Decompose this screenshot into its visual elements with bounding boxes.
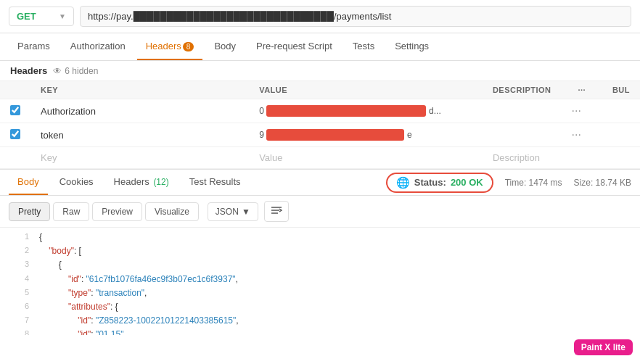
response-size: Size: 18.74 KB — [574, 178, 631, 188]
json-line: 1 { — [0, 231, 640, 244]
url-input[interactable] — [80, 6, 631, 27]
tab-body[interactable]: Body — [205, 33, 245, 60]
tab-authorization[interactable]: Authorization — [62, 33, 134, 60]
view-pretty-button[interactable]: Pretty — [9, 202, 50, 221]
col-checkbox — [0, 81, 30, 99]
format-label: JSON — [216, 207, 239, 217]
more-cell-authorization[interactable]: ··· — [562, 99, 602, 123]
placeholder-more-cell — [562, 147, 602, 169]
wrap-icon-svg — [271, 205, 282, 215]
col-value-header: VALUE — [249, 81, 483, 99]
tab-test-results[interactable]: Test Results — [181, 170, 250, 195]
placeholder-bulk-cell — [602, 147, 640, 169]
more-cell-token[interactable]: ··· — [562, 123, 602, 147]
view-raw-button[interactable]: Raw — [53, 202, 89, 221]
desc-cell-authorization — [483, 99, 562, 123]
tab-prerequest[interactable]: Pre-request Script — [247, 33, 341, 60]
json-body[interactable]: 1 { 2 "body": [ 3 { 4 "id": "61c7fb1076f… — [0, 228, 640, 335]
row-checkbox-cell[interactable] — [0, 99, 30, 123]
json-line: 7 "id": "Z858223-10022101221403385615", — [0, 314, 640, 328]
value-cell-authorization: 0 d... — [249, 99, 483, 123]
placeholder-desc-cell[interactable]: Description — [483, 147, 562, 169]
view-preview-button[interactable]: Preview — [92, 202, 142, 221]
hidden-badge: 👁 6 hidden — [53, 66, 98, 76]
bulk-cell-authorization — [602, 99, 640, 123]
view-visualize-button[interactable]: Visualize — [145, 202, 199, 221]
headers-panel: Headers 👁 6 hidden KEY VALUE DESCRIPTION… — [0, 61, 640, 170]
bulk-cell-token — [602, 123, 640, 147]
json-line: 8 "id": "01 15" — [0, 328, 640, 335]
json-line: 2 "body": [ — [0, 244, 640, 258]
status-code: 200 OK — [451, 177, 483, 188]
tab-response-headers[interactable]: Headers (12) — [105, 170, 178, 195]
table-row-placeholder: Key Value Description — [0, 147, 640, 169]
more-icon-token[interactable]: ··· — [572, 128, 581, 141]
tab-tests[interactable]: Tests — [344, 33, 383, 60]
headers-title-row: Headers 👁 6 hidden — [0, 61, 640, 81]
eye-icon: 👁 — [53, 66, 62, 76]
response-status-area: 🌐 Status: 200 OK Time: 1474 ms Size: 18.… — [386, 173, 631, 193]
key-cell-authorization: Authorization — [30, 99, 249, 123]
row-checkbox-cell-token[interactable] — [0, 123, 30, 147]
row-checkbox-token[interactable] — [10, 129, 20, 139]
placeholder-value-cell[interactable]: Value — [249, 147, 483, 169]
value-cell-token: 9 e — [249, 123, 483, 147]
desc-cell-token — [483, 123, 562, 147]
placeholder-checkbox-cell — [0, 147, 30, 169]
table-row: token 9 e ··· — [0, 123, 640, 147]
tab-cookies[interactable]: Cookies — [51, 170, 102, 195]
tab-params[interactable]: Params — [9, 33, 59, 60]
format-selector[interactable]: JSON ▼ — [208, 202, 258, 221]
col-key-header: KEY — [30, 81, 249, 99]
table-row: Authorization 0 d... ··· — [0, 99, 640, 123]
key-cell-token: token — [30, 123, 249, 147]
col-bulk-header: Bul — [602, 81, 640, 99]
url-bar: GET ▼ — [0, 0, 640, 33]
status-label: Status: — [414, 177, 446, 188]
placeholder-key-cell[interactable]: Key — [30, 147, 249, 169]
json-line: 4 "id": "61c7fb1076fa46ec9f3b07ec1c6f393… — [0, 273, 640, 286]
json-line: 3 { — [0, 258, 640, 272]
method-label: GET — [17, 11, 36, 22]
col-desc-header: DESCRIPTION — [483, 81, 562, 99]
headers-table: KEY VALUE DESCRIPTION ··· Bul Authorizat… — [0, 81, 640, 169]
method-selector[interactable]: GET ▼ — [9, 7, 74, 26]
tab-settings[interactable]: Settings — [386, 33, 438, 60]
more-icon[interactable]: ··· — [572, 104, 581, 117]
headers-count-badge: (12) — [153, 177, 168, 187]
redacted-value-bar — [266, 105, 426, 117]
json-line: 6 "attributes": { — [0, 300, 640, 314]
tab-response-body[interactable]: Body — [9, 170, 48, 195]
paint-x-lite-badge: Paint X lite — [574, 339, 633, 355]
col-more-header: ··· — [562, 81, 602, 99]
status-box: 🌐 Status: 200 OK — [386, 173, 493, 193]
format-chevron-icon: ▼ — [242, 207, 250, 217]
wrap-lines-button[interactable] — [264, 201, 289, 222]
response-toolbar: Pretty Raw Preview Visualize JSON ▼ — [0, 196, 640, 228]
response-tabs-row: Body Cookies Headers (12) Test Results 🌐… — [0, 170, 640, 196]
method-chevron-icon: ▼ — [59, 12, 66, 20]
headers-title: Headers — [10, 65, 47, 76]
row-checkbox-authorization[interactable] — [10, 105, 20, 115]
response-time: Time: 1474 ms — [505, 178, 562, 188]
json-line: 5 "type": "transaction", — [0, 286, 640, 300]
status-globe-icon: 🌐 — [396, 176, 410, 189]
redacted-value-bar-token — [266, 129, 404, 141]
request-tabs: Params Authorization Headers8 Body Pre-r… — [0, 33, 640, 61]
tab-headers[interactable]: Headers8 — [137, 33, 203, 60]
